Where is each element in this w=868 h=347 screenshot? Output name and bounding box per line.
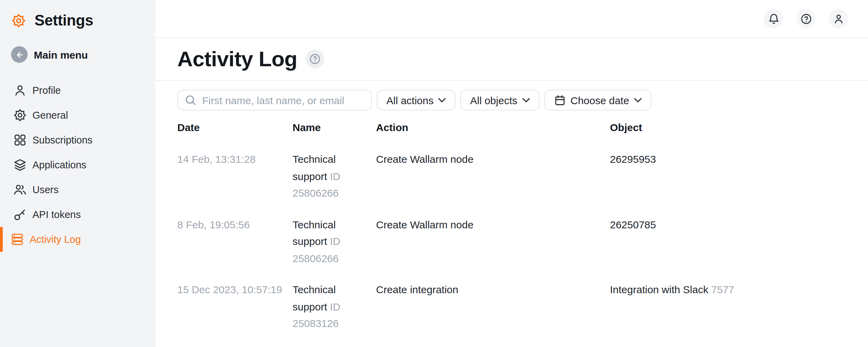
table-row: 15 Dec 2023, 10:57:19 Technical support …	[177, 281, 847, 332]
cell-action: Create integration	[376, 281, 610, 332]
page-header: Activity Log	[155, 38, 868, 81]
bell-icon	[768, 13, 779, 24]
cell-name: Technical support ID 25806266	[293, 151, 376, 202]
sidebar-item-label: General	[32, 110, 68, 121]
content: All actions All objects	[155, 81, 868, 347]
dropdown-label: All actions	[386, 94, 434, 106]
sidebar-item-label: Subscriptions	[32, 135, 92, 146]
cell-name: Technical support ID 25083126	[293, 281, 376, 332]
col-header-action: Action	[376, 121, 610, 133]
sidebar-item-applications[interactable]: Applications	[0, 152, 155, 177]
app-window: Settings Main menu Profile	[0, 0, 868, 347]
col-header-name: Name	[293, 121, 376, 133]
settings-gear-icon	[11, 13, 26, 28]
all-actions-dropdown[interactable]: All actions	[377, 90, 456, 110]
settings-logo: Settings	[0, 0, 155, 30]
table-header: Date Name Action Object	[177, 121, 847, 133]
sidebar-item-activity-log[interactable]: Activity Log	[0, 227, 155, 252]
sidebar-item-label: Profile	[32, 85, 61, 96]
cell-object: 26250785	[610, 216, 847, 267]
grid-icon	[13, 133, 27, 147]
sidebar-item-label: Applications	[32, 159, 86, 170]
cell-object: 26295953	[610, 151, 847, 202]
cell-action: Create Wallarm node	[376, 216, 610, 267]
cell-date: 15 Dec 2023, 10:57:19	[177, 281, 293, 332]
cell-name: Technical support ID 25806266	[293, 216, 376, 267]
sidebar-item-subscriptions[interactable]: Subscriptions	[0, 128, 155, 152]
dropdown-label: Choose date	[571, 94, 629, 106]
sidebar-item-label: Users	[32, 184, 59, 195]
sidebar-item-label: Activity Log	[30, 234, 81, 245]
rows-icon	[10, 232, 24, 246]
page-title: Activity Log	[177, 47, 297, 71]
layers-icon	[13, 158, 27, 172]
help-button[interactable]	[796, 9, 816, 28]
table-row: 8 Feb, 19:05:56 Technical support ID 258…	[177, 216, 847, 267]
account-button[interactable]	[829, 9, 848, 28]
col-header-date: Date	[177, 121, 293, 133]
cell-action: Create Wallarm node	[376, 151, 610, 202]
help-icon	[800, 13, 812, 24]
sidebar-item-api-tokens[interactable]: API tokens	[0, 202, 155, 227]
user-icon	[832, 13, 844, 24]
sidebar-nav: Profile General	[0, 78, 155, 252]
cell-object: Integration with Slack 7577	[610, 281, 847, 332]
sidebar-title: Settings	[34, 12, 93, 30]
dropdown-label: All objects	[470, 94, 517, 106]
chevron-down-icon	[522, 98, 530, 103]
key-icon	[13, 208, 27, 221]
filters-row: All actions All objects	[177, 90, 847, 110]
chevron-down-icon	[634, 98, 642, 103]
main-menu-back[interactable]: Main menu	[11, 46, 155, 63]
calendar-icon	[554, 94, 566, 106]
search-input[interactable]	[177, 90, 372, 110]
page-help-button[interactable]	[306, 50, 324, 68]
cell-date: 14 Feb, 13:31:28	[177, 151, 293, 202]
person-icon	[13, 83, 27, 97]
sidebar-item-profile[interactable]: Profile	[0, 78, 155, 103]
settings-sidebar: Settings Main menu Profile	[0, 0, 155, 347]
gear-icon	[13, 108, 27, 122]
choose-date-dropdown[interactable]: Choose date	[544, 90, 651, 110]
sidebar-item-label: API tokens	[32, 209, 81, 220]
chevron-down-icon	[438, 98, 446, 103]
table-row: 14 Feb, 13:31:28 Technical support ID 25…	[177, 151, 847, 202]
sidebar-item-users[interactable]: Users	[0, 177, 155, 202]
activity-log-table: Date Name Action Object 14 Feb, 13:31:28…	[177, 121, 847, 332]
help-icon	[309, 53, 321, 65]
notifications-button[interactable]	[764, 9, 783, 28]
topbar	[155, 0, 868, 38]
search-box	[177, 90, 372, 110]
back-arrow-icon	[11, 46, 28, 63]
col-header-object: Object	[610, 121, 847, 133]
cell-date: 8 Feb, 19:05:56	[177, 216, 293, 267]
users-icon	[13, 183, 27, 197]
all-objects-dropdown[interactable]: All objects	[461, 90, 540, 110]
main-area: Activity Log	[155, 0, 868, 347]
main-menu-label: Main menu	[34, 49, 88, 60]
sidebar-item-general[interactable]: General	[0, 103, 155, 128]
